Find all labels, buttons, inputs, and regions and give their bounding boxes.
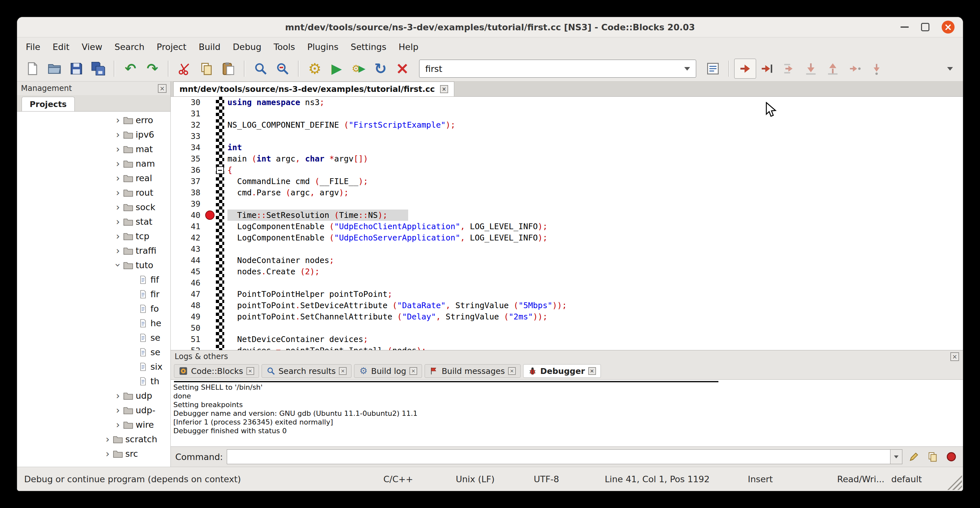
- log-tab-close-button[interactable]: ×: [409, 367, 417, 375]
- fold-minus-icon[interactable]: [216, 166, 224, 174]
- abort-build-button[interactable]: [391, 59, 413, 79]
- editor-tab[interactable]: mnt/dev/tools/source/ns-3-dev/examples/t…: [173, 81, 454, 96]
- copy-output-button[interactable]: [926, 450, 940, 464]
- step-into-instruction-button[interactable]: [865, 59, 888, 79]
- chevron-right-icon[interactable]: ›: [114, 390, 122, 401]
- cut-button[interactable]: [173, 59, 196, 79]
- run-to-cursor-button[interactable]: [756, 59, 778, 79]
- next-instruction-button[interactable]: [844, 59, 865, 79]
- tree-item-tcp[interactable]: ›tcp: [17, 229, 170, 244]
- log-tab-close-button[interactable]: ×: [339, 367, 347, 375]
- log-tab-search-results[interactable]: Search results×: [262, 364, 352, 378]
- step-out-button[interactable]: [822, 59, 844, 79]
- menu-search[interactable]: Search: [108, 37, 151, 56]
- stop-debugger-button[interactable]: [944, 450, 958, 464]
- debugger-output[interactable]: Setting SHELL to '/bin/sh'doneSetting br…: [171, 380, 963, 446]
- build-button[interactable]: ⚙: [304, 59, 326, 79]
- chevron-right-icon[interactable]: ›: [103, 433, 112, 445]
- titlebar[interactable]: mnt/dev/tools/source/ns-3-dev/examples/t…: [17, 17, 963, 37]
- toolbar-overflow-button[interactable]: [942, 59, 958, 79]
- menu-build[interactable]: Build: [192, 37, 227, 56]
- menu-file[interactable]: File: [20, 37, 46, 56]
- resize-grip[interactable]: [945, 473, 962, 490]
- tree-item-tuto[interactable]: ›tuto: [17, 258, 170, 272]
- tree-item-wire[interactable]: ›wire: [17, 417, 170, 432]
- command-dropdown-button[interactable]: [890, 449, 902, 464]
- tree-item-stat[interactable]: ›stat: [17, 214, 170, 229]
- save-button[interactable]: [65, 59, 87, 79]
- tree-item-udp[interactable]: ›udp: [17, 389, 170, 403]
- tree-item-nam[interactable]: ›nam: [17, 156, 170, 171]
- combobox-chevron-down-icon[interactable]: [684, 67, 690, 71]
- chevron-right-icon[interactable]: ›: [114, 419, 122, 430]
- find-button[interactable]: [250, 59, 272, 79]
- chevron-right-icon[interactable]: ›: [114, 201, 122, 213]
- tree-item-he[interactable]: he: [17, 316, 170, 330]
- debugging-windows-button[interactable]: [702, 59, 724, 79]
- search-combobox[interactable]: first: [419, 60, 696, 78]
- save-all-button[interactable]: [87, 59, 109, 79]
- code-editor[interactable]: 3031323334353637383940414243444546474849…: [171, 97, 963, 350]
- log-tab-build-log[interactable]: ⚙Build log×: [354, 364, 422, 378]
- log-tab-close-button[interactable]: ×: [508, 367, 516, 375]
- project-tree[interactable]: ›erro›ipv6›mat›nam›real›rout›sock›stat›t…: [17, 111, 170, 467]
- chevron-down-icon[interactable]: ›: [113, 261, 124, 269]
- tree-item-se[interactable]: se: [17, 330, 170, 345]
- paste-button[interactable]: [218, 59, 239, 79]
- tree-item-fif[interactable]: fif: [17, 272, 170, 287]
- editor-tab-close-button[interactable]: ×: [440, 85, 448, 93]
- chevron-right-icon[interactable]: ›: [114, 245, 122, 256]
- menu-settings[interactable]: Settings: [345, 37, 393, 56]
- management-close-button[interactable]: ×: [158, 84, 167, 93]
- menu-view[interactable]: View: [75, 37, 108, 56]
- open-folder-button[interactable]: [43, 59, 65, 79]
- command-input[interactable]: [227, 449, 890, 464]
- logs-close-button[interactable]: ×: [950, 352, 959, 361]
- tab-projects[interactable]: Projects: [22, 97, 75, 111]
- menu-plugins[interactable]: Plugins: [301, 37, 345, 56]
- log-tab-code-blocks[interactable]: Code::Blocks×: [174, 364, 259, 378]
- menu-help[interactable]: Help: [392, 37, 425, 56]
- tree-item-fir[interactable]: fir: [17, 287, 170, 301]
- line-number-gutter[interactable]: 3031323334353637383940414243444546474849…: [171, 97, 204, 350]
- chevron-right-icon[interactable]: ›: [114, 158, 122, 169]
- log-tab-build-messages[interactable]: Build messages×: [425, 364, 520, 378]
- chevron-right-icon[interactable]: ›: [103, 448, 112, 459]
- tree-item-six[interactable]: six: [17, 359, 170, 374]
- tree-item-th[interactable]: th: [17, 374, 170, 389]
- chevron-right-icon[interactable]: ›: [114, 143, 122, 155]
- fold-margin[interactable]: [216, 97, 224, 350]
- tree-item-src[interactable]: ›src: [17, 446, 170, 461]
- tree-item-se[interactable]: se: [17, 345, 170, 359]
- redo-button[interactable]: ↷: [142, 59, 163, 79]
- breakpoint-icon[interactable]: [205, 210, 215, 220]
- maximize-button[interactable]: [921, 23, 929, 31]
- find-replace-button[interactable]: [272, 59, 293, 79]
- tree-item-scratch[interactable]: ›scratch: [17, 432, 170, 446]
- close-button[interactable]: ×: [942, 21, 955, 33]
- pencil-button[interactable]: [907, 450, 921, 464]
- minimize-button[interactable]: [900, 26, 909, 28]
- next-line-button[interactable]: [778, 59, 800, 79]
- menu-debug[interactable]: Debug: [227, 37, 268, 56]
- step-into-button[interactable]: [800, 59, 822, 79]
- tree-item-ipv6[interactable]: ›ipv6: [17, 127, 170, 142]
- log-tab-close-button[interactable]: ×: [588, 367, 596, 375]
- copy-button[interactable]: [196, 59, 218, 79]
- new-file-button[interactable]: [22, 59, 43, 79]
- tree-item-rout[interactable]: ›rout: [17, 185, 170, 200]
- chevron-right-icon[interactable]: ›: [114, 231, 122, 242]
- code-pane[interactable]: using namespace ns3;NS_LOG_COMPONENT_DEF…: [224, 97, 963, 350]
- chevron-right-icon[interactable]: ›: [114, 115, 122, 126]
- tree-item-mat[interactable]: ›mat: [17, 142, 170, 156]
- rebuild-button[interactable]: ↻: [369, 59, 391, 79]
- chevron-right-icon[interactable]: ›: [114, 404, 122, 416]
- tree-item-erro[interactable]: ›erro: [17, 113, 170, 127]
- chevron-right-icon[interactable]: ›: [114, 129, 122, 140]
- tree-item-traffi[interactable]: ›traffi: [17, 244, 170, 258]
- tree-item-sock[interactable]: ›sock: [17, 200, 170, 214]
- chevron-right-icon[interactable]: ›: [114, 187, 122, 198]
- tree-item-fo[interactable]: fo: [17, 301, 170, 316]
- tree-item-real[interactable]: ›real: [17, 171, 170, 185]
- chevron-right-icon[interactable]: ›: [114, 216, 122, 227]
